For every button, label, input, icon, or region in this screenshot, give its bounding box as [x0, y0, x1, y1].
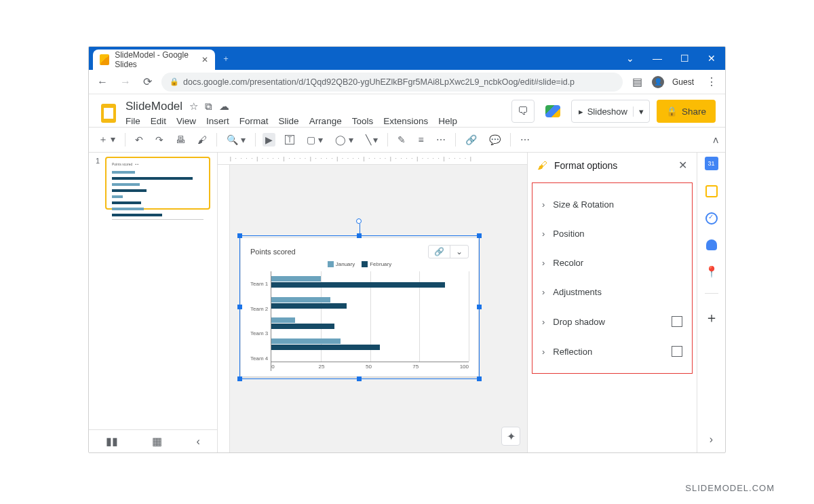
collapse-filmstrip-icon[interactable]: ‹: [197, 435, 200, 448]
format-options-panel: 🖌 Format options ✕ ›Size & Rotation›Posi…: [527, 153, 697, 452]
filmstrip-view-icon[interactable]: ▮▮: [106, 435, 118, 448]
window-tab-search-icon[interactable]: ⌄: [617, 47, 644, 70]
explore-button[interactable]: ✦: [501, 427, 520, 446]
browser-tab[interactable]: SlideModel - Google Slides ✕: [93, 50, 215, 70]
textbox-tool[interactable]: 🅃: [282, 133, 297, 147]
menu-slide[interactable]: Slide: [279, 116, 299, 126]
share-label: Share: [682, 106, 706, 117]
border-weight-button[interactable]: ≡: [415, 133, 426, 147]
calendar-addon-icon[interactable]: 31: [705, 157, 718, 170]
format-section-label: Size & Rotation: [553, 199, 614, 210]
image-tool[interactable]: ▢ ▾: [304, 133, 326, 147]
slideshow-button[interactable]: ▸ Slideshow ▾: [571, 100, 650, 123]
menu-edit[interactable]: Edit: [151, 116, 166, 126]
reading-list-icon[interactable]: ▤: [629, 73, 645, 91]
window-maximize-icon[interactable]: ☐: [671, 47, 698, 70]
format-section-position[interactable]: ›Position: [537, 219, 688, 248]
shape-tool[interactable]: ◯ ▾: [332, 133, 356, 147]
move-icon[interactable]: ⧉: [205, 100, 212, 113]
rotation-handle[interactable]: [356, 218, 362, 224]
menu-format[interactable]: Format: [239, 116, 269, 126]
collapse-toolbar-icon[interactable]: ʌ: [713, 134, 718, 145]
meet-button[interactable]: [541, 100, 564, 123]
nav-forward-icon[interactable]: →: [117, 73, 134, 91]
hide-sidepanel-icon[interactable]: ›: [710, 433, 713, 452]
slide-number: 1: [96, 157, 101, 210]
tasks-addon-icon[interactable]: [705, 212, 718, 225]
border-dash-button[interactable]: ⋯: [433, 133, 448, 147]
add-addon-icon[interactable]: ＋: [705, 309, 718, 327]
menu-arrange[interactable]: Arrange: [309, 116, 342, 126]
menu-extensions[interactable]: Extensions: [383, 116, 428, 126]
browser-toolbar: ← → ⟳ 🔒 docs.google.com/presentation/d/1…: [89, 70, 725, 94]
cloud-status-icon[interactable]: ☁: [219, 100, 229, 113]
zoom-button[interactable]: 🔍 ▾: [224, 133, 248, 147]
new-tab-button[interactable]: ＋: [215, 47, 237, 70]
checkbox[interactable]: [672, 346, 682, 357]
window-minimize-icon[interactable]: —: [644, 47, 671, 70]
doc-title[interactable]: SlideModel: [125, 100, 182, 113]
resize-handle[interactable]: [237, 376, 242, 381]
format-section-recolor[interactable]: ›Recolor: [537, 248, 688, 277]
format-section-reflection[interactable]: ›Reflection: [537, 336, 688, 366]
resize-handle[interactable]: [237, 305, 242, 309]
format-section-adjustments[interactable]: ›Adjustments: [537, 277, 688, 307]
slides-app-icon[interactable]: [98, 100, 119, 127]
menu-file[interactable]: File: [125, 116, 140, 126]
menu-view[interactable]: View: [176, 116, 196, 126]
checkbox[interactable]: [672, 316, 682, 327]
more-tools-button[interactable]: ⋯: [518, 133, 532, 147]
comment-button[interactable]: 💬: [486, 133, 503, 147]
menu-tools[interactable]: Tools: [352, 116, 374, 126]
url-text: docs.google.com/presentation/d/1Qqd92QB2…: [183, 77, 575, 87]
watermark: SLIDEMODEL.COM: [685, 483, 775, 493]
print-button[interactable]: 🖶: [173, 133, 188, 147]
tab-close-icon[interactable]: ✕: [201, 55, 208, 64]
slideshow-dropdown-icon[interactable]: ▾: [633, 106, 649, 117]
paint-format-button[interactable]: 🖌: [195, 133, 210, 147]
resize-handle[interactable]: [237, 233, 242, 238]
star-icon[interactable]: ☆: [189, 100, 198, 113]
keep-addon-icon[interactable]: [705, 185, 718, 197]
nav-reload-icon[interactable]: ⟳: [140, 73, 155, 91]
new-slide-button[interactable]: ＋ ▾: [96, 132, 118, 147]
tab-title: SlideModel - Google Slides: [115, 50, 201, 69]
format-section-drop-shadow[interactable]: ›Drop shadow: [537, 307, 688, 336]
slideshow-label: Slideshow: [587, 106, 633, 117]
window-close-icon[interactable]: ✕: [698, 47, 725, 70]
format-section-label: Position: [553, 229, 584, 239]
address-bar[interactable]: 🔒 docs.google.com/presentation/d/1Qqd92Q…: [161, 73, 623, 92]
comments-button[interactable]: 🗨: [511, 100, 535, 123]
avatar-icon[interactable]: 👤: [652, 76, 664, 88]
app-toolbar: ＋ ▾ ↶ ↷ 🖶 🖌 🔍 ▾ ▶ 🅃 ▢ ▾ ◯ ▾ ╲ ▾ ✎ ≡ ⋯ 🔗 …: [89, 127, 725, 153]
lock-icon: 🔒: [170, 77, 179, 86]
resize-handle[interactable]: [357, 233, 362, 238]
border-color-button[interactable]: ✎: [395, 133, 408, 147]
format-brush-icon: 🖌: [537, 159, 547, 171]
line-tool[interactable]: ╲ ▾: [363, 133, 381, 147]
undo-button[interactable]: ↶: [132, 133, 146, 147]
share-button[interactable]: 🔒 Share: [657, 100, 716, 123]
menu-help[interactable]: Help: [438, 116, 457, 126]
resize-handle[interactable]: [477, 376, 482, 381]
resize-handle[interactable]: [477, 305, 482, 309]
selection-box[interactable]: [239, 235, 480, 379]
maps-addon-icon[interactable]: 📍: [705, 265, 718, 278]
share-lock-icon: 🔒: [666, 106, 678, 117]
browser-menu-icon[interactable]: ⋮: [703, 73, 720, 91]
profile-label[interactable]: Guest: [672, 77, 694, 87]
resize-handle[interactable]: [477, 233, 482, 238]
select-tool[interactable]: ▶: [263, 133, 275, 147]
nav-back-icon[interactable]: ←: [94, 73, 111, 91]
link-button[interactable]: 🔗: [463, 133, 480, 147]
canvas-area: | · · · · | · · · · | · · · · | · · · · …: [218, 153, 527, 452]
grid-view-icon[interactable]: ▦: [152, 435, 162, 448]
close-panel-icon[interactable]: ✕: [678, 159, 687, 172]
filmstrip: 1 Points scored ▪ ▪: [89, 153, 218, 452]
resize-handle[interactable]: [357, 376, 362, 381]
format-section-size-rotation[interactable]: ›Size & Rotation: [537, 190, 688, 219]
menu-insert[interactable]: Insert: [206, 116, 229, 126]
redo-button[interactable]: ↷: [153, 133, 166, 147]
contacts-addon-icon[interactable]: [706, 239, 717, 250]
slide-thumbnail-1[interactable]: 1 Points scored ▪ ▪: [96, 157, 210, 210]
